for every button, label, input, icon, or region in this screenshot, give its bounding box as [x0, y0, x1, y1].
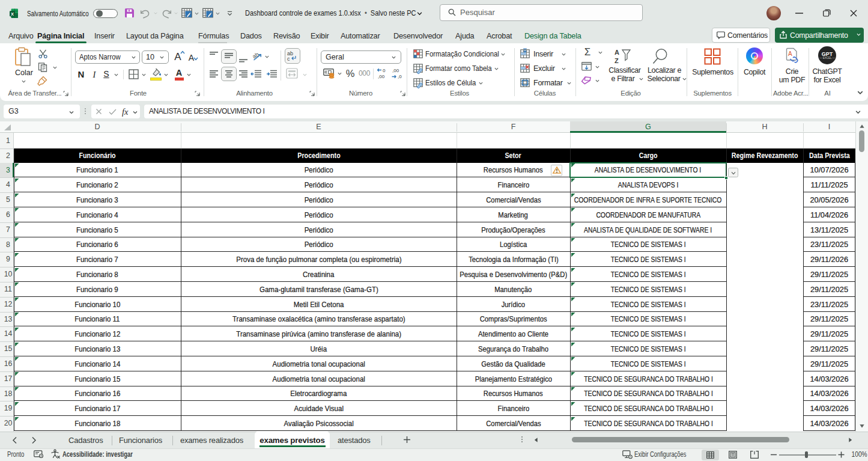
- svg-text:A: A: [615, 49, 619, 56]
- svg-text:X: X: [10, 11, 13, 17]
- svg-text:A: A: [788, 50, 792, 57]
- svg-text:,00: ,00: [378, 74, 385, 79]
- svg-text:Z: Z: [615, 57, 619, 64]
- svg-text:,0: ,0: [398, 74, 402, 79]
- svg-text:,00: ,00: [392, 68, 399, 73]
- svg-text:0: 0: [383, 68, 386, 73]
- svg-text:c: c: [287, 56, 290, 62]
